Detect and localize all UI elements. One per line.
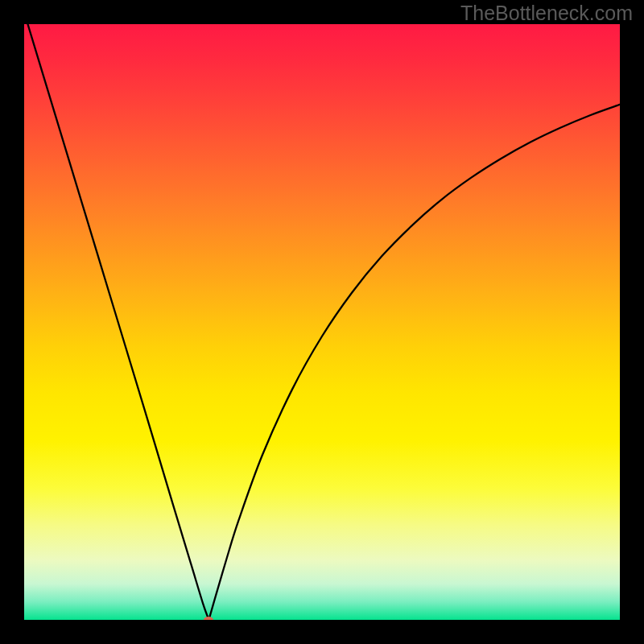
cusp-marker bbox=[204, 617, 213, 620]
bottleneck-curve-path bbox=[24, 24, 620, 620]
plot-area bbox=[24, 24, 620, 620]
bottleneck-curve-svg bbox=[24, 24, 620, 620]
watermark-text: TheBottleneck.com bbox=[460, 2, 633, 25]
chart-frame: TheBottleneck.com bbox=[0, 0, 644, 644]
